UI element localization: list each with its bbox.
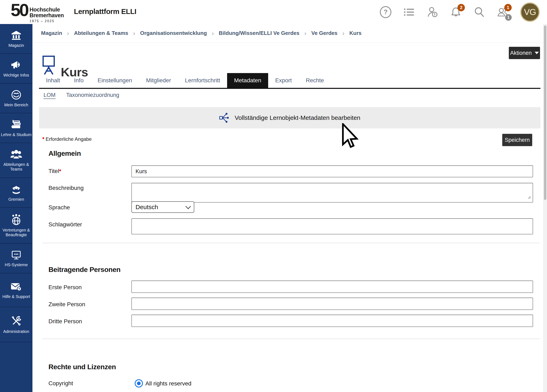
sprache-label: Sprache: [48, 204, 70, 211]
people-icon: [10, 149, 22, 160]
awareness-button[interactable]: [427, 6, 438, 18]
smiley-icon: [10, 89, 22, 101]
sidebar-item-hs-systeme[interactable]: HS-Systeme: [0, 244, 33, 273]
breadcrumb: Magazin › Abteilungen & Teams › Organisa…: [33, 24, 547, 42]
erste-person-label: Erste Person: [48, 284, 82, 291]
main-menu-button[interactable]: [403, 6, 415, 18]
tab-mitglieder[interactable]: Mitglieder: [139, 73, 178, 88]
bank-icon: [10, 30, 22, 41]
globe-people-icon: [10, 214, 22, 226]
save-button[interactable]: Speichern: [502, 134, 532, 146]
sidebar-item-lehre-studium[interactable]: Lehre & Studium: [0, 113, 33, 143]
section-title-allgemein: Allgemein: [48, 149, 81, 157]
logo-text: Hochschule Bremerhaven 1975 – 2025: [30, 7, 64, 23]
subtab-lom[interactable]: LOM: [43, 92, 56, 98]
caret-down-icon: [535, 52, 539, 54]
books-icon: [10, 119, 22, 130]
tab-info[interactable]: Info: [67, 73, 91, 88]
sidebar: Magazin Wichtige Infos Mein Bereich: [0, 24, 33, 392]
svg-text:?: ?: [18, 287, 20, 291]
sidebar-item-label: Gremien: [8, 197, 24, 202]
banner-label: Vollständige Lernobjekt-Metadaten bearbe…: [235, 114, 360, 121]
contacts-badge-top: 1: [504, 4, 512, 11]
breadcrumb-separator-icon: ›: [342, 30, 344, 37]
required-note: *Erforderliche Angabe: [42, 136, 92, 142]
breadcrumb-separator-icon: ›: [212, 30, 214, 37]
dritte-person-input[interactable]: [131, 315, 533, 327]
contacts-button[interactable]: 1 1: [497, 6, 508, 18]
sidebar-item-wichtige-infos[interactable]: Wichtige Infos: [0, 54, 33, 83]
titel-label: Titel*: [48, 168, 62, 175]
actions-button[interactable]: Aktionen: [509, 47, 540, 59]
notifications-button[interactable]: 2: [450, 6, 462, 18]
sidebar-item-vertretungen-beauftragte[interactable]: Vertretungen & Beauftragte: [0, 208, 33, 244]
avatar[interactable]: VG: [520, 2, 540, 22]
search-button[interactable]: [473, 6, 485, 18]
actions-button-label: Aktionen: [510, 50, 532, 56]
tab-lernfortschritt[interactable]: Lernfortschritt: [178, 73, 227, 88]
sidebar-item-administration[interactable]: Administration: [0, 307, 33, 342]
breadcrumb-link[interactable]: Magazin: [41, 30, 62, 36]
header-icons: ? 2: [380, 0, 540, 24]
dritte-person-label: Dritte Person: [48, 318, 82, 325]
scrollbar-thumb[interactable]: [544, 26, 546, 200]
tools-icon: [10, 315, 22, 327]
copyright-radio[interactable]: [135, 379, 143, 387]
notifications-badge: 2: [458, 4, 465, 11]
breadcrumb-link[interactable]: Abteilungen & Teams: [74, 30, 128, 36]
search-icon: [473, 6, 485, 18]
tab-einstellungen[interactable]: Einstellungen: [90, 73, 139, 88]
screen: 50 Hochschule Bremerhaven 1975 – 2025 Le…: [0, 0, 547, 392]
subtab-bar: LOM Taxonomiezuordnung: [43, 92, 119, 98]
breadcrumb-separator-icon: ›: [67, 30, 69, 37]
breadcrumb-separator-icon: ›: [133, 30, 135, 37]
sidebar-item-hilfe-support[interactable]: ? Hilfe & Support: [0, 273, 33, 307]
sprache-select[interactable]: Deutsch: [131, 201, 194, 213]
mail-question-icon: ?: [10, 281, 22, 292]
sidebar-item-magazin[interactable]: Magazin: [0, 24, 33, 54]
university-logo[interactable]: 50 Hochschule Bremerhaven 1975 – 2025: [11, 2, 64, 23]
hierarchy-icon: [219, 113, 230, 123]
tab-bar: Inhalt Info Einstellungen Mitglieder Ler…: [39, 73, 540, 89]
beschreibung-textarea[interactable]: [131, 183, 533, 203]
sprache-select-value: Deutsch: [136, 203, 158, 210]
breadcrumb-link[interactable]: Organisationsentwicklung: [140, 30, 207, 36]
tab-export[interactable]: Export: [268, 73, 299, 88]
breadcrumb-link[interactable]: Ve Gerdes: [311, 30, 337, 36]
contacts-badge-bottom: 1: [505, 14, 512, 21]
section-divider: [42, 339, 540, 339]
sidebar-item-label: Wichtige Infos: [3, 73, 29, 78]
edit-full-metadata-banner[interactable]: Vollständige Lernobjekt-Metadaten bearbe…: [39, 107, 540, 128]
help-icon: ?: [380, 6, 391, 18]
list-icon: [403, 6, 415, 18]
sidebar-item-label: Lehre & Studium: [1, 132, 32, 137]
sidebar-item-label: Vertretungen & Beauftragte: [1, 228, 32, 237]
breadcrumb-link[interactable]: Kurs: [349, 30, 361, 36]
chevron-down-icon: [185, 203, 191, 209]
tab-inhalt[interactable]: Inhalt: [39, 73, 67, 88]
tab-metadaten[interactable]: Metadaten: [227, 73, 268, 88]
help-button[interactable]: ?: [380, 6, 391, 18]
schlagwoerter-label: Schlagwörter: [48, 221, 82, 228]
zweite-person-input[interactable]: [131, 297, 533, 310]
tab-rechte[interactable]: Rechte: [299, 73, 331, 88]
sidebar-item-abteilungen-teams[interactable]: Abteilungen & Teams: [0, 143, 33, 178]
titel-input[interactable]: [131, 165, 533, 177]
sidebar-item-mein-bereich[interactable]: Mein Bereich: [0, 83, 33, 113]
erste-person-input[interactable]: [131, 281, 533, 293]
breadcrumb-link[interactable]: Bildung/Wissen/ELLI Ve Gerdes: [219, 30, 300, 36]
assembly-icon: [10, 183, 22, 195]
sidebar-filler: [0, 342, 33, 392]
sidebar-item-label: Magazin: [8, 43, 24, 48]
monitor-icon: [10, 249, 22, 260]
sidebar-item-label: HS-Systeme: [5, 263, 28, 267]
breadcrumb-separator-icon: ›: [304, 30, 306, 37]
sidebar-item-gremien[interactable]: Gremien: [0, 178, 33, 208]
schlagwoerter-input[interactable]: [131, 218, 533, 234]
zweite-person-label: Zweite Person: [48, 301, 85, 308]
section-title-beitragende: Beitragende Personen: [48, 266, 121, 274]
user-alert-icon: [427, 6, 438, 18]
subtab-taxonomiezuordnung[interactable]: Taxonomiezuordnung: [66, 92, 119, 98]
logo-years: 1975 – 2025: [30, 19, 64, 23]
header-bar: 50 Hochschule Bremerhaven 1975 – 2025 Le…: [0, 0, 547, 24]
